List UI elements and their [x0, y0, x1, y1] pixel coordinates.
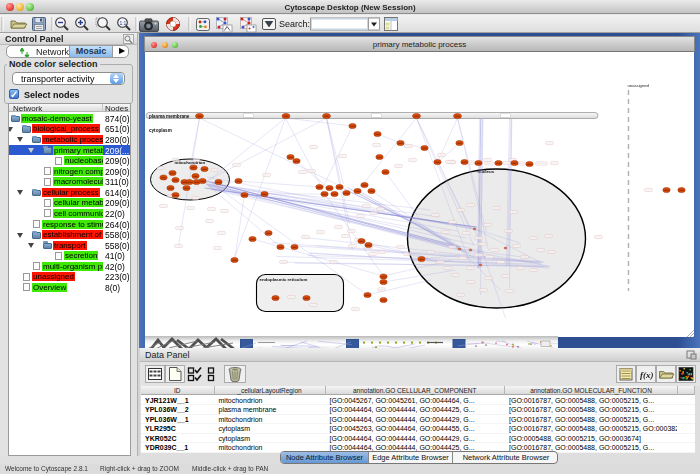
svg-text:plasma membrane: plasma membrane — [149, 114, 190, 119]
svg-text:unassigned: unassigned — [627, 83, 649, 88]
svg-text:mitochondrion: mitochondrion — [174, 160, 205, 165]
svg-text:1:1: 1:1 — [119, 20, 126, 26]
svg-text:f(x): f(x) — [640, 370, 654, 380]
svg-text:Search:: Search: — [279, 19, 310, 29]
svg-text:cytoplasm: cytoplasm — [149, 128, 172, 133]
svg-text:endoplasmic reticulum: endoplasmic reticulum — [259, 277, 307, 282]
